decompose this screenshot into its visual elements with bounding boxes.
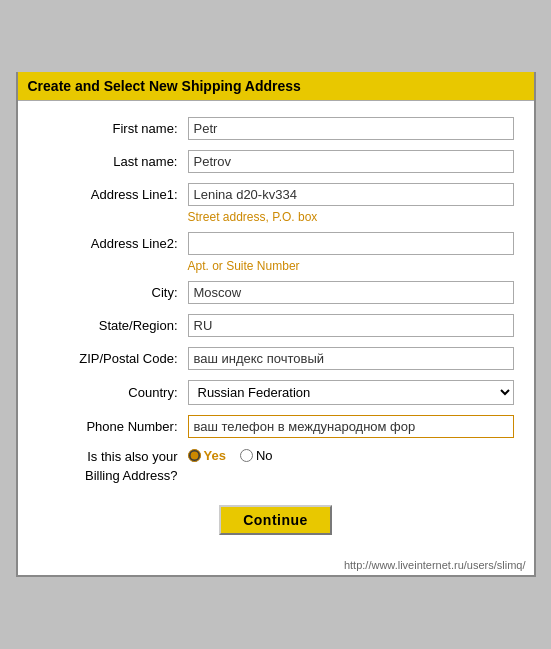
country-label: Country: bbox=[38, 385, 188, 400]
billing-radio-group: Yes No bbox=[188, 448, 273, 463]
city-label: City: bbox=[38, 285, 188, 300]
address-line1-row: Address Line1: bbox=[38, 183, 514, 206]
continue-row: Continue bbox=[38, 505, 514, 535]
last-name-row: Last name: bbox=[38, 150, 514, 173]
first-name-row: First name: bbox=[38, 117, 514, 140]
last-name-input[interactable] bbox=[188, 150, 514, 173]
billing-row: Is this also your Billing Address? Yes N… bbox=[38, 448, 514, 484]
country-input-col: Russian Federation United States United … bbox=[188, 380, 514, 405]
phone-input[interactable] bbox=[188, 415, 514, 438]
address-line2-label: Address Line2: bbox=[38, 236, 188, 251]
city-input-col bbox=[188, 281, 514, 304]
zip-row: ZIP/Postal Code: bbox=[38, 347, 514, 370]
form-body: First name: Last name: Address Line1: St… bbox=[18, 101, 534, 554]
first-name-label: First name: bbox=[38, 121, 188, 136]
last-name-input-col bbox=[188, 150, 514, 173]
address-line2-input-col bbox=[188, 232, 514, 255]
city-input[interactable] bbox=[188, 281, 514, 304]
state-region-row: State/Region: bbox=[38, 314, 514, 337]
country-select[interactable]: Russian Federation United States United … bbox=[188, 380, 514, 405]
address-line1-input[interactable] bbox=[188, 183, 514, 206]
city-row: City: bbox=[38, 281, 514, 304]
window-title: Create and Select New Shipping Address bbox=[18, 72, 534, 101]
shipping-address-window: Create and Select New Shipping Address F… bbox=[16, 72, 536, 576]
address-line2-input[interactable] bbox=[188, 232, 514, 255]
billing-yes-label[interactable]: Yes bbox=[188, 448, 226, 463]
billing-no-radio[interactable] bbox=[240, 449, 253, 462]
state-region-input-col bbox=[188, 314, 514, 337]
address-line1-input-col bbox=[188, 183, 514, 206]
billing-label: Is this also your Billing Address? bbox=[38, 448, 188, 484]
first-name-input[interactable] bbox=[188, 117, 514, 140]
address-line2-hint: Apt. or Suite Number bbox=[188, 259, 514, 273]
phone-row: Phone Number: bbox=[38, 415, 514, 438]
address-line1-label: Address Line1: bbox=[38, 187, 188, 202]
last-name-label: Last name: bbox=[38, 154, 188, 169]
zip-label: ZIP/Postal Code: bbox=[38, 351, 188, 366]
state-region-input[interactable] bbox=[188, 314, 514, 337]
address-line2-row: Address Line2: bbox=[38, 232, 514, 255]
zip-input[interactable] bbox=[188, 347, 514, 370]
billing-yes-radio[interactable] bbox=[188, 449, 201, 462]
continue-button[interactable]: Continue bbox=[219, 505, 332, 535]
address-line1-hint: Street address, P.O. box bbox=[188, 210, 514, 224]
billing-no-label[interactable]: No bbox=[240, 448, 273, 463]
footer-url: http://www.liveinternet.ru/users/slimq/ bbox=[18, 555, 534, 575]
first-name-input-col bbox=[188, 117, 514, 140]
zip-input-col bbox=[188, 347, 514, 370]
phone-label: Phone Number: bbox=[38, 419, 188, 434]
state-region-label: State/Region: bbox=[38, 318, 188, 333]
phone-input-col bbox=[188, 415, 514, 438]
country-row: Country: Russian Federation United State… bbox=[38, 380, 514, 405]
